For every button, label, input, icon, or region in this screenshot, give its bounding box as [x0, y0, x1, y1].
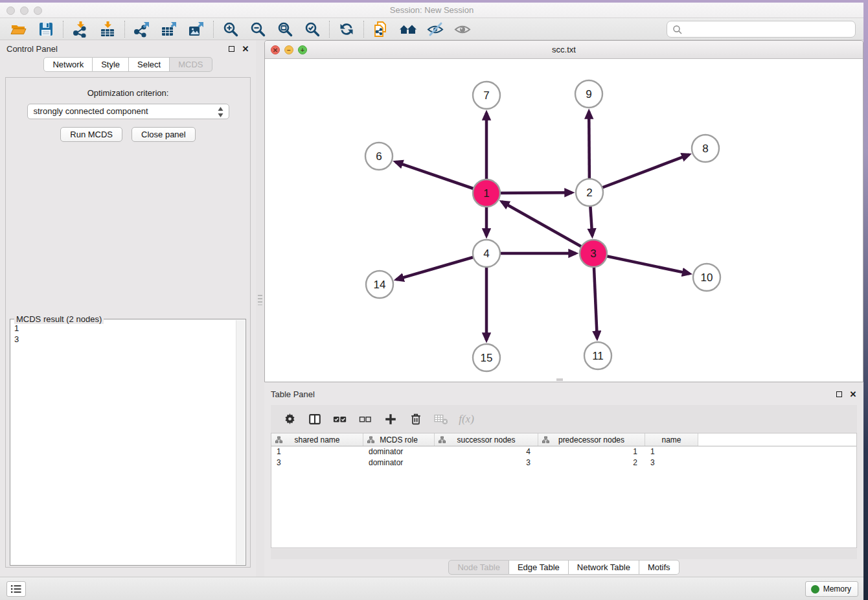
- zoom-in-icon[interactable]: [217, 19, 244, 39]
- hide-selected-icon[interactable]: [422, 19, 449, 39]
- delete-column-icon[interactable]: [406, 410, 426, 429]
- search-icon: [672, 25, 683, 35]
- graph-node-label-7: 7: [483, 89, 489, 102]
- graph-node-label-3: 3: [590, 248, 596, 260]
- search-input[interactable]: [685, 23, 850, 36]
- memory-label: Memory: [823, 584, 851, 594]
- namespace-tree-icon: [275, 436, 282, 444]
- tab-mcds[interactable]: MCDS: [170, 57, 212, 72]
- import-table-icon[interactable]: [94, 19, 121, 39]
- control-panel-tabs: Network Style Select MCDS: [0, 57, 256, 72]
- close-panel-button[interactable]: Close panel: [131, 127, 196, 142]
- graph-edge-3-1[interactable]: [502, 202, 593, 253]
- task-history-button[interactable]: [6, 581, 26, 597]
- zoom-fit-icon[interactable]: [271, 19, 299, 39]
- criterion-select[interactable]: strongly connected component: [27, 104, 229, 119]
- column-header-mcds-role[interactable]: MCDS role: [363, 433, 435, 446]
- table-row[interactable]: 3 dominator 3 2 3: [271, 457, 856, 468]
- export-image-icon[interactable]: [183, 19, 210, 39]
- save-session-icon[interactable]: [32, 19, 60, 39]
- cell-successor-nodes: 4: [435, 446, 538, 457]
- tab-style[interactable]: Style: [93, 57, 129, 72]
- zoom-out-icon[interactable]: [244, 19, 271, 39]
- tab-motifs[interactable]: Motifs: [639, 560, 680, 575]
- column-visibility-icon[interactable]: [305, 410, 325, 429]
- namespace-tree-icon: [367, 436, 374, 444]
- add-column-icon[interactable]: [381, 410, 400, 429]
- optimization-criterion-label: Optimization criterion:: [6, 88, 250, 98]
- function-builder-icon[interactable]: f(x): [457, 410, 476, 429]
- table-options-gear-icon[interactable]: [280, 410, 299, 429]
- toolbar-separator: [329, 21, 330, 38]
- first-neighbors-icon[interactable]: [394, 19, 422, 39]
- graph-edge-1-6[interactable]: [396, 162, 486, 193]
- list-icon: [10, 584, 22, 594]
- graph-node-label-1: 1: [483, 187, 489, 200]
- splitter-grip[interactable]: [258, 295, 262, 305]
- graph-node-label-6: 6: [376, 150, 382, 163]
- open-session-icon[interactable]: [5, 19, 32, 39]
- close-panel-icon[interactable]: ✕: [240, 44, 251, 54]
- memory-button[interactable]: Memory: [805, 581, 858, 597]
- export-table-icon[interactable]: [155, 19, 183, 39]
- cell-mcds-role: dominator: [363, 457, 435, 468]
- network-window-title: scc.txt: [265, 45, 863, 54]
- criterion-value: strongly connected component: [34, 106, 148, 116]
- toolbar-separator: [63, 21, 63, 38]
- export-network-icon[interactable]: [128, 19, 155, 39]
- panel-splitter[interactable]: [256, 40, 264, 577]
- graph-edge-2-8[interactable]: [589, 155, 689, 192]
- tab-network-table[interactable]: Network Table: [569, 560, 639, 575]
- chevron-up-down-icon: [217, 106, 224, 118]
- mcds-result-box: MCDS result (2 nodes) 1 3: [10, 319, 246, 566]
- status-bar: Memory: [0, 577, 863, 600]
- table-toolbar: f(x): [271, 405, 857, 433]
- toolbar-separator: [213, 21, 214, 38]
- tab-network[interactable]: Network: [43, 57, 93, 72]
- graph-node-label-8: 8: [702, 143, 708, 155]
- cell-shared-name: 1: [271, 446, 363, 457]
- select-all-rows-icon[interactable]: [330, 410, 350, 429]
- namespace-tree-icon: [439, 436, 446, 444]
- control-panel: Control Panel ✕ Network Style Select MCD…: [0, 40, 256, 577]
- result-scrollbar[interactable]: [236, 320, 245, 564]
- run-mcds-button[interactable]: Run MCDS: [60, 127, 122, 142]
- tab-select[interactable]: Select: [129, 57, 170, 72]
- window-resize-grip[interactable]: [556, 378, 563, 381]
- tab-edge-table[interactable]: Edge Table: [509, 560, 569, 575]
- import-network-icon[interactable]: [67, 19, 94, 39]
- deselect-all-rows-icon[interactable]: [356, 410, 375, 429]
- mcds-result-list[interactable]: 1 3: [14, 320, 235, 345]
- close-panel-icon[interactable]: ✕: [848, 389, 858, 399]
- network-canvas[interactable]: 1234678910111415: [265, 59, 863, 381]
- graph-node-label-15: 15: [481, 352, 493, 364]
- column-header-successor-nodes[interactable]: successor nodes: [435, 433, 538, 446]
- tab-node-table[interactable]: Node Table: [448, 560, 509, 575]
- mcds-panel: Optimization criterion: strongly connect…: [5, 77, 251, 568]
- column-header-name[interactable]: name: [645, 433, 698, 446]
- cell-predecessor-nodes: 2: [538, 457, 645, 468]
- delete-table-icon[interactable]: [431, 410, 451, 429]
- cell-shared-name: 3: [271, 457, 363, 468]
- main-toolbar: [0, 18, 863, 40]
- app-titlebar: Session: New Session: [0, 3, 863, 18]
- cell-name: 3: [645, 457, 698, 468]
- refresh-icon[interactable]: [333, 19, 360, 39]
- show-all-icon[interactable]: [449, 19, 476, 39]
- column-header-shared-name[interactable]: shared name: [271, 433, 363, 446]
- float-panel-icon[interactable]: [226, 44, 236, 54]
- toolbar-separator: [124, 21, 125, 38]
- toolbar-separator: [363, 21, 364, 38]
- network-from-file-icon[interactable]: [367, 19, 394, 39]
- network-window-titlebar: ✕ − + scc.txt: [265, 41, 863, 59]
- graph-edge-3-10[interactable]: [593, 253, 690, 273]
- graph-node-label-14: 14: [374, 279, 386, 291]
- cell-successor-nodes: 3: [435, 457, 538, 468]
- zoom-selected-icon[interactable]: [299, 19, 326, 39]
- table-row[interactable]: 1 dominator 4 1 1: [271, 446, 856, 457]
- namespace-tree-icon: [542, 436, 549, 444]
- app-title: Session: New Session: [0, 5, 863, 15]
- float-panel-icon[interactable]: [834, 389, 844, 399]
- column-header-predecessor-nodes[interactable]: predecessor nodes: [538, 433, 645, 446]
- table-tabs: Node Table Edge Table Network Table Moti…: [264, 560, 863, 575]
